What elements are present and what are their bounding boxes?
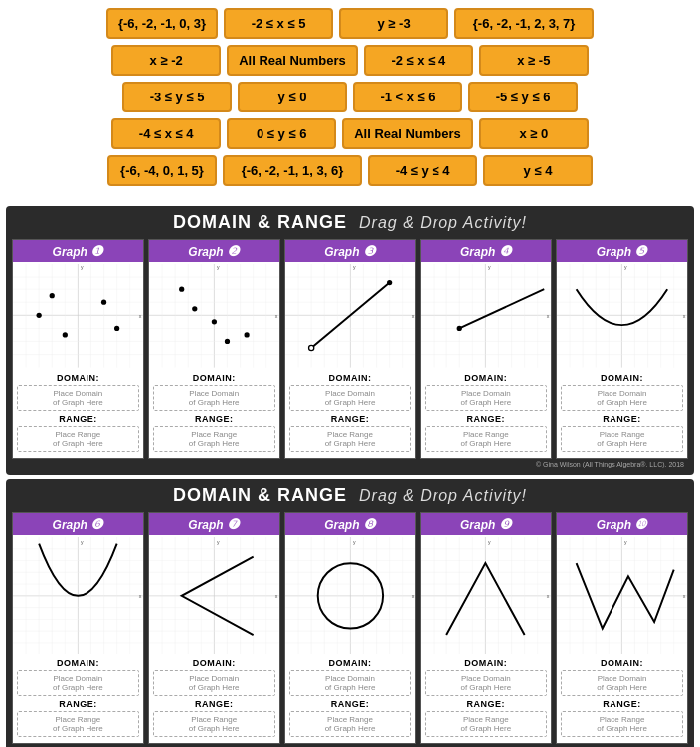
panel1-graphs-row: Graph ❶ — [12, 239, 688, 459]
graph-9-domain-section: DOMAIN: Place Domainof Graph Here RANGE:… — [421, 655, 551, 743]
tile-t10[interactable]: y ≤ 0 — [238, 82, 347, 112]
panel1-title-bold: DOMAIN & RANGE — [173, 212, 347, 232]
graph-4-range-box[interactable]: Place Rangeof Graph Here — [425, 426, 547, 452]
graph-10-range-label: RANGE: — [561, 699, 683, 709]
svg-text:x: x — [275, 593, 278, 599]
graph-7-domain-section: DOMAIN: Place Domainof Graph Here RANGE:… — [149, 655, 279, 743]
graph-9-range-box[interactable]: Place Rangeof Graph Here — [425, 711, 547, 737]
svg-text:y: y — [488, 538, 491, 544]
graph-3-range-label: RANGE: — [289, 414, 412, 424]
panel2-title-light: Drag & Drop Activity! — [359, 487, 527, 504]
graph-2-domain-box[interactable]: Place Domainof Graph Here — [153, 385, 275, 411]
tile-t8[interactable]: x ≥ -5 — [479, 45, 589, 76]
graph-2-range-box[interactable]: Place Rangeof Graph Here — [153, 426, 275, 452]
svg-text:y: y — [488, 264, 491, 270]
graph-card-6: Graph ❻ — [12, 512, 144, 745]
svg-text:y: y — [353, 538, 356, 544]
graph-8-domain-label: DOMAIN: — [289, 658, 412, 668]
tile-t16[interactable]: x ≥ 0 — [479, 118, 589, 149]
tile-t17[interactable]: {-6, -4, 0, 1, 5} — [107, 155, 217, 186]
graph-1-domain-label: DOMAIN: — [17, 373, 139, 383]
graph-area-6: y x — [13, 535, 143, 656]
graph-1-range-label: RANGE: — [17, 414, 139, 424]
graph-8-range-label: RANGE: — [289, 699, 412, 709]
graph-num-1: ❶ — [90, 243, 103, 259]
graph-7-range-box[interactable]: Place Rangeof Graph Here — [153, 711, 275, 737]
graph-area-2: y x — [149, 262, 279, 370]
graph-num-6: ❻ — [90, 516, 103, 532]
graph-9-domain-box[interactable]: Place Domainof Graph Here — [425, 670, 547, 696]
graph-8-domain-box[interactable]: Place Domainof Graph Here — [289, 670, 412, 696]
graph-label-9: Graph ❾ — [421, 513, 551, 535]
tile-t11[interactable]: -1 < x ≤ 6 — [353, 82, 462, 112]
tiles-row-3: -3 ≤ y ≤ 5 y ≤ 0 -1 < x ≤ 6 -5 ≤ y ≤ 6 — [10, 82, 690, 112]
graph-num-5: ❺ — [634, 243, 647, 259]
svg-point-18 — [50, 293, 55, 298]
graph-10-domain-label: DOMAIN: — [561, 658, 683, 668]
svg-text:x: x — [139, 593, 142, 599]
graph-4-domain-box[interactable]: Place Domainof Graph Here — [425, 385, 547, 411]
svg-point-43 — [212, 319, 217, 324]
panel2-title: DOMAIN & RANGE Drag & Drop Activity! — [12, 485, 688, 506]
graph-5-range-box[interactable]: Place Rangeof Graph Here — [561, 426, 683, 452]
activity-panel-2: DOMAIN & RANGE Drag & Drop Activity! Gra… — [6, 479, 694, 747]
tile-t18[interactable]: {-6, -2, -1, 1, 3, 6} — [223, 155, 362, 186]
graph-8-range-box[interactable]: Place Rangeof Graph Here — [289, 711, 412, 737]
graph-num-7: ❼ — [227, 516, 240, 532]
graph-4-domain-section: DOMAIN: Place Domainof Graph Here RANGE:… — [421, 370, 551, 458]
graph-area-9: y x — [421, 535, 551, 656]
graph-card-9: Graph ❾ — [420, 512, 552, 745]
graph-card-10: Graph ❿ — [556, 512, 688, 745]
tile-t15[interactable]: All Real Numbers — [342, 118, 473, 149]
svg-text:x: x — [683, 313, 686, 319]
svg-point-17 — [37, 313, 42, 318]
graph-num-3: ❸ — [363, 243, 376, 259]
graph-card-8: Graph ❽ — [284, 512, 417, 745]
graph-6-range-box[interactable]: Place Rangeof Graph Here — [17, 711, 139, 737]
graph-area-7: y x — [149, 535, 279, 656]
graph-7-domain-label: DOMAIN: — [153, 658, 275, 668]
graph-7-domain-box[interactable]: Place Domainof Graph Here — [153, 670, 275, 696]
graph-label-1: Graph ❶ — [13, 240, 143, 262]
tile-t2[interactable]: -2 ≤ x ≤ 5 — [224, 8, 333, 39]
tile-t19[interactable]: -4 ≤ y ≤ 4 — [368, 155, 477, 186]
svg-text:y: y — [624, 264, 627, 270]
activity-panel-1: DOMAIN & RANGE Drag & Drop Activity! Gra… — [6, 206, 694, 475]
tile-t5[interactable]: x ≥ -2 — [111, 45, 221, 76]
tile-t9[interactable]: -3 ≤ y ≤ 5 — [122, 82, 232, 112]
graph-label-3: Graph ❸ — [285, 240, 416, 262]
graph-1-range-box[interactable]: Place Rangeof Graph Here — [17, 426, 139, 452]
graph-8-domain-section: DOMAIN: Place Domainof Graph Here RANGE:… — [285, 655, 416, 743]
graph-3-range-box[interactable]: Place Rangeof Graph Here — [289, 426, 412, 452]
tile-t3[interactable]: y ≥ -3 — [339, 8, 448, 39]
graph-area-8: y x — [285, 535, 416, 656]
graph-area-1: y x — [13, 262, 143, 370]
graph-card-5: Graph ❺ y — [556, 239, 688, 459]
tile-t12[interactable]: -5 ≤ y ≤ 6 — [468, 82, 578, 112]
graph-1-domain-box[interactable]: Place Domainof Graph Here — [17, 385, 139, 411]
graph-3-domain-label: DOMAIN: — [289, 373, 412, 383]
panel2-graphs-row: Graph ❻ — [12, 512, 688, 745]
graph-10-domain-box[interactable]: Place Domainof Graph Here — [561, 670, 683, 696]
graph-5-domain-box[interactable]: Place Domainof Graph Here — [561, 385, 683, 411]
tiles-row-4: -4 ≤ x ≤ 4 0 ≤ y ≤ 6 All Real Numbers x … — [10, 118, 690, 149]
tile-t20[interactable]: y ≤ 4 — [483, 155, 593, 186]
svg-point-44 — [225, 339, 230, 344]
svg-text:x: x — [547, 313, 550, 319]
tile-t4[interactable]: {-6, -2, -1, 2, 3, 7} — [454, 8, 594, 39]
tile-t6[interactable]: All Real Numbers — [227, 45, 358, 76]
graph-10-range-box[interactable]: Place Rangeof Graph Here — [561, 711, 683, 737]
graph-num-4: ❹ — [499, 243, 512, 259]
graph-3-domain-box[interactable]: Place Domainof Graph Here — [289, 385, 412, 411]
tile-t14[interactable]: 0 ≤ y ≤ 6 — [227, 118, 336, 149]
graph-label-5: Graph ❺ — [557, 240, 687, 262]
tile-t13[interactable]: -4 ≤ x ≤ 4 — [111, 118, 221, 149]
svg-text:x: x — [411, 593, 414, 599]
tiles-row-2: x ≥ -2 All Real Numbers -2 ≤ x ≤ 4 x ≥ -… — [10, 45, 690, 76]
graph-num-2: ❷ — [227, 243, 240, 259]
graph-2-domain-label: DOMAIN: — [153, 373, 275, 383]
tile-t7[interactable]: -2 ≤ x ≤ 4 — [364, 45, 473, 76]
graph-6-domain-box[interactable]: Place Domainof Graph Here — [17, 670, 139, 696]
tile-t1[interactable]: {-6, -2, -1, 0, 3} — [106, 8, 218, 39]
panel1-title: DOMAIN & RANGE Drag & Drop Activity! — [12, 212, 688, 233]
